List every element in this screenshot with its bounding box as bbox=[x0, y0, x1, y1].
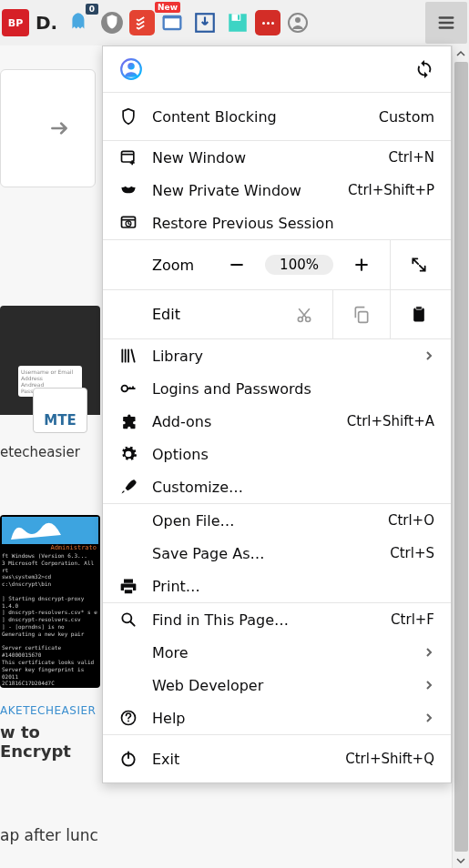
help-icon bbox=[119, 709, 138, 727]
customize-item[interactable]: Customize… bbox=[103, 470, 451, 503]
library-icon bbox=[119, 347, 138, 365]
help-item[interactable]: Help bbox=[103, 701, 451, 734]
account-icon[interactable] bbox=[282, 7, 313, 38]
chevron-right-icon bbox=[423, 350, 434, 361]
menu-header bbox=[103, 46, 451, 92]
sync-icon[interactable] bbox=[414, 59, 434, 79]
copy-button[interactable] bbox=[346, 299, 377, 330]
puzzle-icon bbox=[119, 412, 138, 430]
new-window-item[interactable]: New Window Ctrl+N bbox=[103, 141, 451, 174]
new-private-shortcut: Ctrl+Shift+P bbox=[348, 182, 434, 198]
restore-session-item[interactable]: Restore Previous Session bbox=[103, 207, 451, 239]
chevron-right-icon bbox=[423, 712, 434, 723]
ext-adblock-icon[interactable]: BP bbox=[2, 9, 29, 36]
library-label: Library bbox=[152, 348, 409, 365]
options-item[interactable]: Options bbox=[103, 438, 451, 470]
print-label: Print… bbox=[152, 578, 434, 595]
extension-toolbar: BP D. 0 New bbox=[0, 0, 469, 45]
zoom-label: Zoom bbox=[152, 257, 216, 274]
print-item[interactable]: Print… bbox=[103, 570, 451, 602]
edit-label: Edit bbox=[152, 306, 216, 323]
article-card-1[interactable]: Username or Email AddressAndreadPassword… bbox=[0, 306, 100, 415]
firefox-account-icon[interactable] bbox=[119, 57, 143, 81]
app-menu-panel: Content Blocking Custom New Window Ctrl+… bbox=[102, 45, 452, 783]
ext-shield-icon[interactable] bbox=[97, 7, 127, 38]
save-as-shortcut: Ctrl+S bbox=[390, 545, 434, 561]
nav-forward-card[interactable] bbox=[0, 69, 96, 187]
vertical-scrollbar[interactable] bbox=[452, 45, 469, 868]
svg-rect-2 bbox=[165, 18, 179, 28]
svg-point-20 bbox=[122, 613, 131, 622]
new-private-label: New Private Window bbox=[152, 182, 333, 199]
bottom-cut-text: ap after lunc bbox=[0, 826, 98, 844]
power-icon bbox=[119, 750, 138, 768]
more-label: More bbox=[152, 644, 409, 661]
ext-save-icon[interactable] bbox=[222, 7, 253, 38]
gear-icon bbox=[119, 445, 138, 463]
exit-shortcut: Ctrl+Shift+Q bbox=[345, 751, 434, 767]
zoom-out-button[interactable] bbox=[221, 249, 252, 280]
options-label: Options bbox=[152, 446, 434, 463]
exit-item[interactable]: Exit Ctrl+Shift+Q bbox=[103, 735, 451, 782]
logins-item[interactable]: Logins and Passwords bbox=[103, 372, 451, 405]
ext-todoist-icon[interactable] bbox=[129, 10, 155, 35]
find-label: Find in This Page… bbox=[152, 611, 376, 629]
addons-label: Add-ons bbox=[152, 413, 332, 430]
restore-icon bbox=[119, 214, 138, 232]
article-card-2[interactable]: Administrato ft Windows (Version 6.3... … bbox=[0, 515, 100, 688]
scroll-thumb[interactable] bbox=[454, 62, 468, 852]
shield-icon bbox=[119, 107, 138, 126]
printer-icon bbox=[119, 577, 138, 595]
find-item[interactable]: Find in This Page… Ctrl+F bbox=[103, 603, 451, 636]
scroll-up-arrow[interactable] bbox=[454, 45, 469, 61]
chevron-right-icon bbox=[423, 680, 434, 691]
exit-label: Exit bbox=[152, 751, 331, 768]
restore-label: Restore Previous Session bbox=[152, 215, 434, 232]
new-window-label: New Window bbox=[152, 149, 374, 167]
key-icon bbox=[119, 379, 138, 398]
ext-lastpass-icon[interactable] bbox=[255, 10, 280, 35]
fullscreen-button[interactable] bbox=[403, 249, 434, 280]
svg-rect-17 bbox=[413, 308, 424, 321]
more-item[interactable]: More bbox=[103, 636, 451, 669]
open-file-label: Open File… bbox=[152, 512, 373, 530]
scroll-down-arrow[interactable] bbox=[454, 853, 469, 868]
ext-new-icon[interactable]: New bbox=[157, 7, 188, 38]
library-item[interactable]: Library bbox=[103, 339, 451, 372]
svg-point-8 bbox=[295, 17, 301, 23]
search-icon bbox=[119, 611, 138, 629]
content-blocking-value: Custom bbox=[379, 108, 434, 126]
article-title: w to Encrypt bbox=[0, 722, 100, 761]
new-private-item[interactable]: New Private Window Ctrl+Shift+P bbox=[103, 174, 451, 207]
hamburger-menu-button[interactable] bbox=[425, 2, 467, 44]
content-blocking-item[interactable]: Content Blocking Custom bbox=[103, 93, 451, 140]
ext-d-icon[interactable]: D. bbox=[31, 7, 62, 38]
paintbrush-icon bbox=[119, 478, 138, 496]
ext-download-icon[interactable] bbox=[189, 7, 220, 38]
svg-rect-11 bbox=[122, 151, 134, 162]
new-window-icon bbox=[119, 148, 138, 167]
ext-ghostery-icon[interactable]: 0 bbox=[64, 7, 95, 38]
article-kicker: AKETECHEASIER bbox=[0, 704, 100, 717]
edit-row: Edit bbox=[103, 289, 451, 338]
zoom-value[interactable]: 100% bbox=[265, 255, 333, 275]
paste-button[interactable] bbox=[403, 299, 434, 330]
cut-button[interactable] bbox=[289, 299, 320, 330]
logins-label: Logins and Passwords bbox=[152, 380, 434, 398]
save-as-label: Save Page As… bbox=[152, 545, 375, 562]
help-label: Help bbox=[152, 710, 409, 727]
mask-icon bbox=[119, 181, 138, 199]
text-etecheasier: etecheasier bbox=[0, 444, 100, 460]
svg-rect-16 bbox=[359, 311, 368, 322]
addons-item[interactable]: Add-ons Ctrl+Shift+A bbox=[103, 405, 451, 438]
save-as-item[interactable]: Save Page As… Ctrl+S bbox=[103, 537, 451, 570]
new-badge: New bbox=[155, 2, 180, 13]
new-window-shortcut: Ctrl+N bbox=[389, 149, 434, 166]
mte-logo: MTE bbox=[33, 388, 87, 433]
web-developer-item[interactable]: Web Developer bbox=[103, 669, 451, 701]
webdev-label: Web Developer bbox=[152, 677, 409, 694]
customize-label: Customize… bbox=[152, 479, 434, 496]
open-file-shortcut: Ctrl+O bbox=[388, 512, 434, 529]
zoom-in-button[interactable] bbox=[346, 249, 377, 280]
open-file-item[interactable]: Open File… Ctrl+O bbox=[103, 504, 451, 537]
